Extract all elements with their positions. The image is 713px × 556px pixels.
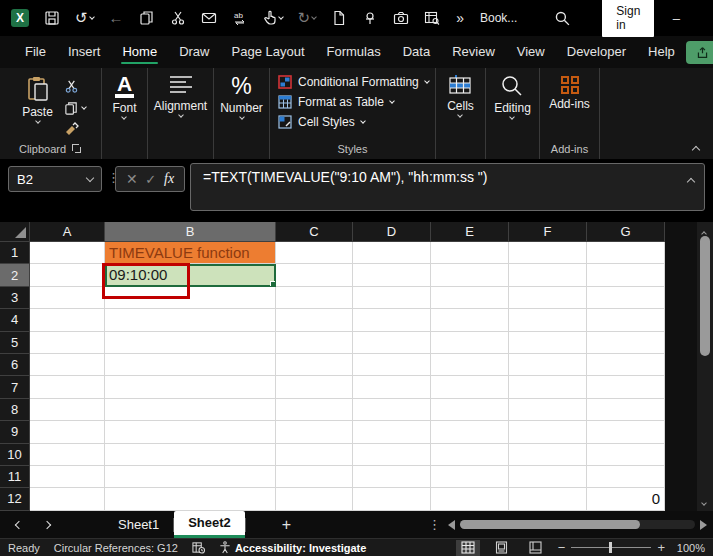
- cell-D10[interactable]: [353, 444, 431, 466]
- editing-button[interactable]: Editing: [492, 72, 533, 121]
- sheet-tab-sheet1[interactable]: Sheet1: [104, 511, 173, 538]
- row-header-2[interactable]: 2: [0, 264, 30, 286]
- row-header-8[interactable]: 8: [0, 399, 30, 421]
- column-header-A[interactable]: A: [30, 222, 105, 242]
- toolbar-overflow-button[interactable]: »: [456, 10, 464, 26]
- cell-E4[interactable]: [431, 309, 509, 331]
- cell-G12[interactable]: 0: [587, 488, 665, 510]
- accessibility-status[interactable]: Accessibility: Investigate: [219, 541, 366, 554]
- macro-record-button[interactable]: [192, 541, 205, 554]
- cell-A4[interactable]: [30, 309, 105, 331]
- name-box[interactable]: B2: [8, 166, 102, 192]
- cell-C8[interactable]: [276, 399, 353, 421]
- horizontal-scrollbar[interactable]: [448, 518, 707, 531]
- maximize-button[interactable]: [698, 0, 713, 36]
- cell-B4[interactable]: [105, 309, 276, 331]
- cell-E9[interactable]: [431, 421, 509, 443]
- cell-A1[interactable]: [30, 242, 105, 264]
- scroll-right-icon[interactable]: [700, 520, 707, 530]
- format-painter-button[interactable]: [64, 122, 86, 138]
- excel-logo-button[interactable]: X: [8, 7, 32, 29]
- copy-button[interactable]: [136, 8, 158, 28]
- cell-E11[interactable]: [431, 466, 509, 488]
- back-button[interactable]: ←: [106, 8, 127, 28]
- email-button[interactable]: [198, 8, 220, 28]
- cell-E12[interactable]: [431, 488, 509, 510]
- save-button[interactable]: [41, 8, 63, 28]
- cell-E3[interactable]: [431, 287, 509, 309]
- cell-B6[interactable]: [105, 354, 276, 376]
- cell-B12[interactable]: [105, 488, 276, 510]
- scroll-left-icon[interactable]: [448, 520, 455, 530]
- cell-G11[interactable]: [587, 466, 665, 488]
- cell-G10[interactable]: [587, 444, 665, 466]
- ribbon-tab-insert[interactable]: Insert: [57, 38, 112, 66]
- font-button[interactable]: A Font: [110, 72, 138, 121]
- insert-function-button[interactable]: fx: [164, 171, 174, 187]
- cell-C9[interactable]: [276, 421, 353, 443]
- ribbon-tab-page-layout[interactable]: Page Layout: [221, 38, 316, 66]
- cell-G6[interactable]: [587, 354, 665, 376]
- cell-A5[interactable]: [30, 332, 105, 354]
- cell-A12[interactable]: [30, 488, 105, 510]
- cell-E10[interactable]: [431, 444, 509, 466]
- ribbon-tab-home[interactable]: Home: [111, 38, 168, 66]
- row-header-11[interactable]: 11: [0, 466, 30, 488]
- search-button[interactable]: [551, 8, 574, 29]
- select-all-corner[interactable]: [0, 222, 30, 242]
- cell-C5[interactable]: [276, 332, 353, 354]
- cell-F8[interactable]: [509, 399, 587, 421]
- vertical-scroll-thumb[interactable]: [700, 236, 710, 356]
- sheet-tab-sheet2[interactable]: Sheet2: [174, 511, 245, 538]
- row-header-7[interactable]: 7: [0, 376, 30, 398]
- cell-C10[interactable]: [276, 444, 353, 466]
- alignment-button[interactable]: Alignment: [152, 72, 209, 119]
- cell-B1[interactable]: TIMEVALUE function: [105, 242, 276, 264]
- cell-F12[interactable]: [509, 488, 587, 510]
- previous-sheet-icon[interactable]: [15, 520, 23, 528]
- cell-D4[interactable]: [353, 309, 431, 331]
- cell-F4[interactable]: [509, 309, 587, 331]
- cell-C7[interactable]: [276, 376, 353, 398]
- cell-F10[interactable]: [509, 444, 587, 466]
- cell-B8[interactable]: [105, 399, 276, 421]
- table-lookup-button[interactable]: [421, 8, 443, 28]
- cell-D5[interactable]: [353, 332, 431, 354]
- cell-styles-button[interactable]: Cell Styles: [278, 115, 429, 129]
- cut-button-ribbon[interactable]: [64, 78, 86, 94]
- cell-D9[interactable]: [353, 421, 431, 443]
- cell-F5[interactable]: [509, 332, 587, 354]
- cell-E8[interactable]: [431, 399, 509, 421]
- row-header-12[interactable]: 12: [0, 488, 30, 510]
- ab-arrows-button[interactable]: ab: [229, 8, 251, 28]
- ribbon-tab-review[interactable]: Review: [441, 38, 506, 66]
- cell-C4[interactable]: [276, 309, 353, 331]
- cell-C11[interactable]: [276, 466, 353, 488]
- cell-C3[interactable]: [276, 287, 353, 309]
- cell-D3[interactable]: [353, 287, 431, 309]
- cell-F1[interactable]: [509, 242, 587, 264]
- cell-G4[interactable]: [587, 309, 665, 331]
- paste-button[interactable]: Paste: [15, 72, 60, 127]
- row-header-5[interactable]: 5: [0, 332, 30, 354]
- pin-button[interactable]: [359, 8, 381, 28]
- minimize-button[interactable]: –: [654, 0, 698, 36]
- column-header-G[interactable]: G: [587, 222, 665, 242]
- zoom-slider-thumb[interactable]: [609, 542, 612, 553]
- sign-in-button[interactable]: Sign in: [602, 0, 654, 37]
- horizontal-scroll-thumb[interactable]: [460, 520, 640, 529]
- cell-F11[interactable]: [509, 466, 587, 488]
- zoom-out-button[interactable]: −: [558, 540, 566, 555]
- cell-F9[interactable]: [509, 421, 587, 443]
- new-file-button[interactable]: [328, 8, 350, 28]
- share-button[interactable]: Share: [686, 41, 713, 64]
- cell-F3[interactable]: [509, 287, 587, 309]
- formula-input[interactable]: =TEXT(TIMEVALUE("9:10 AM"), "hh:mm:ss "): [190, 163, 705, 211]
- cell-E1[interactable]: [431, 242, 509, 264]
- cell-F6[interactable]: [509, 354, 587, 376]
- cell-D11[interactable]: [353, 466, 431, 488]
- cells-button[interactable]: Cells: [445, 72, 476, 119]
- add-sheet-button[interactable]: +: [268, 516, 305, 534]
- cell-A3[interactable]: [30, 287, 105, 309]
- cell-B7[interactable]: [105, 376, 276, 398]
